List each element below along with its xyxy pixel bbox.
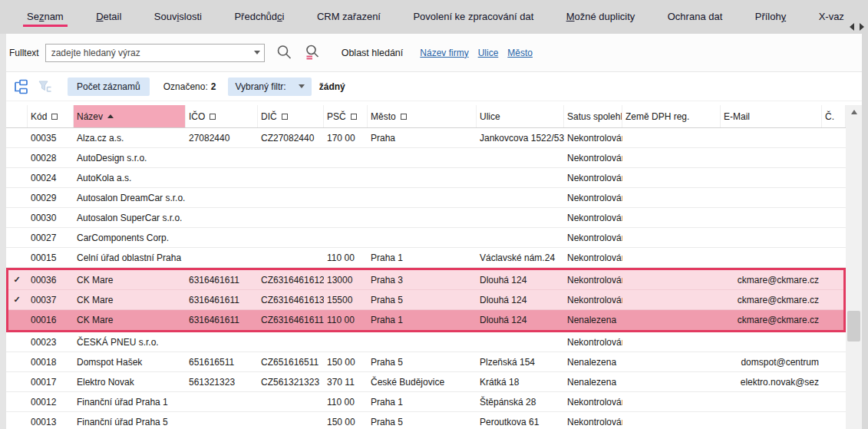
search-panel: Fulltext (6, 34, 862, 72)
cell-status: Nekontrolována (564, 332, 622, 351)
table-row[interactable]: 00012Finanční úřad Praha 1110 00Praha 1Š… (6, 392, 846, 412)
fulltext-combobox[interactable] (45, 44, 265, 62)
search-input[interactable] (50, 47, 254, 59)
check-cell (6, 248, 28, 267)
cell-ulice (477, 228, 564, 247)
filter-icon[interactable] (210, 114, 216, 120)
table-row[interactable]: 00029Autosalon DreamCar s.r.o.Nekontrolo… (6, 188, 846, 208)
cell-ico: 561321323 (186, 372, 258, 391)
tab-predchudci[interactable]: Předchůdci (230, 7, 288, 27)
cell-zeme (622, 168, 721, 187)
filter-icon[interactable] (282, 114, 288, 120)
table-row[interactable]: 00030Autosalon SuperCar s.r.o.Nekontrolo… (6, 208, 846, 228)
cell-psc: 15500 (324, 290, 368, 309)
tab-crm-zarazeni[interactable]: CRM zařazení (313, 7, 384, 27)
sort-asc-icon (107, 114, 114, 118)
cell-ulice (477, 148, 564, 167)
filter-icon[interactable] (51, 114, 58, 120)
cell-ulice (477, 168, 564, 187)
scrollbar-thumb[interactable] (847, 311, 860, 342)
table-row[interactable]: ✓00037CK Mare6316461611CZ631646161315500… (6, 290, 846, 310)
vertical-scrollbar[interactable] (846, 105, 862, 429)
column-header-c[interactable]: Č. (822, 105, 846, 127)
search-highlight-button[interactable] (304, 44, 322, 61)
cell-ulice: Štěpánská 28 (477, 392, 564, 411)
column-header-nazev[interactable]: Název (74, 105, 186, 127)
cell-dic (258, 248, 324, 267)
cell-ulice: Dlouhá 124 (477, 310, 564, 329)
column-header-psc[interactable]: PSČ (324, 105, 368, 127)
filter-icon[interactable] (401, 114, 407, 120)
record-count-button[interactable]: Počet záznamů (68, 78, 150, 96)
tab-seznam[interactable]: Seznam (23, 7, 68, 27)
grid-toolbar: Počet záznamů Označeno: 2 Vybraný filtr:… (6, 72, 862, 101)
tab-x-vaz[interactable]: X-vaz (815, 7, 848, 27)
check-cell (6, 392, 28, 411)
column-label: IČO (189, 111, 205, 122)
scope-link-city[interactable]: Město (507, 48, 533, 58)
column-header-email[interactable]: E-Mail (721, 105, 822, 127)
column-header-zeme[interactable]: Země DPH reg. (622, 105, 721, 127)
cell-nazev: AutoKola a.s. (74, 168, 186, 187)
tab-prilohy[interactable]: Přílohy (751, 7, 790, 27)
right-edge (862, 34, 868, 429)
selected-label: Označeno: (163, 81, 208, 92)
selected-filter-dropdown[interactable]: Vybraný filtr: (228, 78, 311, 96)
column-label: Země DPH reg. (625, 111, 689, 122)
cell-ulice: Dlouhá 124 (477, 290, 564, 309)
cell-kod: 00023 (28, 332, 74, 351)
cell-c (822, 128, 846, 147)
check-cell (6, 372, 28, 391)
scope-link-street[interactable]: Ulice (478, 48, 499, 58)
search-button[interactable] (276, 44, 293, 61)
table-row[interactable]: 00018Domspot Hašek651616511CZ65161651115… (6, 352, 846, 372)
combo-dropdown-icon[interactable] (254, 51, 260, 54)
check-cell (6, 412, 28, 429)
tab-mozne-duplicity[interactable]: Možné duplicity (563, 7, 639, 27)
cell-mesto (368, 168, 477, 187)
table-row[interactable]: 00035Alza.cz a.s.27082440CZ27082440170 0… (6, 128, 846, 148)
cell-email: elektro.novak@sez (721, 372, 822, 391)
cell-email: domspot@centrum (721, 352, 822, 371)
tab-povoleni-ke-zpracovani-dat[interactable]: Povolení ke zpracování dat (409, 7, 537, 27)
filter-icon[interactable] (351, 114, 357, 120)
tab-detail[interactable]: Detail (92, 7, 125, 27)
tab-scroll-left-icon[interactable] (850, 23, 854, 31)
cell-email: ckmare@ckmare.cz (721, 310, 822, 329)
cell-dic (258, 412, 324, 429)
column-header-kod[interactable]: Kód (28, 105, 74, 127)
check-cell (6, 352, 28, 371)
column-header-ico[interactable]: IČO (186, 105, 258, 127)
table-row[interactable]: 00015Celní úřad oblastní Praha110 00Prah… (6, 248, 846, 268)
table-row[interactable]: 00016CK Mare6316461611CZ6316461611110 00… (6, 310, 846, 330)
column-header-ulice[interactable]: Ulice (477, 105, 564, 127)
cell-c (822, 412, 846, 429)
tab-souvislosti[interactable]: Souvislosti (150, 7, 206, 27)
cell-status: Nekontrolována (564, 148, 622, 167)
cell-mesto: Praha 5 (368, 290, 477, 309)
cell-nazev: Finanční úřad Praha 5 (74, 412, 186, 429)
cell-ico (186, 228, 258, 247)
table-row[interactable]: 00027CarComponents Corp.Nekontrolována (6, 228, 846, 248)
tree-view-button[interactable] (12, 79, 29, 94)
cell-dic (258, 208, 324, 227)
table-row[interactable]: 00023ČESKÁ PNEU s.r.o.Nekontrolována (6, 332, 846, 352)
tab-ochrana-dat[interactable]: Ochrana dat (664, 7, 727, 27)
cell-mesto: Praha 3 (368, 270, 477, 289)
column-header-check[interactable] (6, 105, 28, 127)
app-window: SeznamDetailSouvislostiPředchůdciCRM zař… (0, 0, 868, 429)
tab-scroll-right-icon[interactable] (860, 23, 864, 31)
table-row[interactable]: ✓00036CK Mare6316461611CZ631646161213000… (6, 270, 846, 290)
table-row[interactable]: 00024AutoKola a.s.Nekontrolována (6, 168, 846, 188)
table-row[interactable]: 00017Elektro Novak561321323CZ56132132337… (6, 372, 846, 392)
cell-email (721, 188, 822, 207)
scope-link-company-name[interactable]: Název firmy (420, 48, 468, 58)
scrollbar-up-button[interactable] (846, 105, 862, 118)
table-row[interactable]: 00013Finanční úřad Praha 5150 00Praha 5P… (6, 412, 846, 429)
cell-zeme (622, 188, 721, 207)
column-header-dic[interactable]: DIČ (258, 105, 324, 127)
table-row[interactable]: 00028AutoDesign s.r.o.Nekontrolována (6, 148, 846, 168)
cell-ico: 6316461611 (186, 270, 258, 289)
column-header-status[interactable]: Satus spolehli... (564, 105, 622, 127)
column-header-mesto[interactable]: Město (368, 105, 477, 127)
